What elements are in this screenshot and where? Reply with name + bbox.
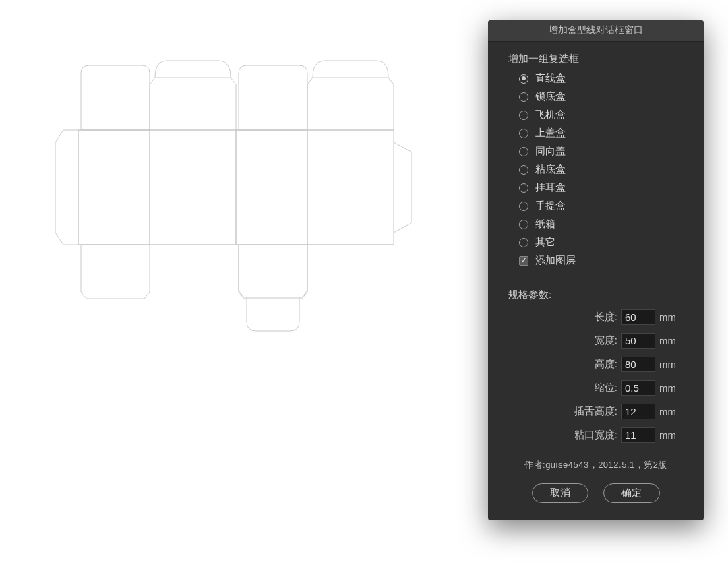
param-row-width: 宽度: mm	[508, 329, 684, 353]
dieline-canvas	[0, 0, 472, 404]
radio-option-qita[interactable]: 其它	[488, 233, 704, 251]
radio-label: 其它	[535, 236, 555, 249]
radio-option-suodihe[interactable]: 锁底盒	[488, 88, 704, 106]
shrink-input[interactable]	[621, 380, 655, 396]
radio-label: 锁底盒	[535, 90, 566, 103]
param-label: 长度:	[595, 311, 617, 324]
radio-option-zhandihe[interactable]: 粘底盒	[488, 160, 704, 179]
radio-label: 飞机盒	[535, 109, 566, 121]
param-label: 宽度:	[595, 334, 617, 347]
author-footer: 作者:guise4543，2012.5.1，第2版	[488, 447, 704, 481]
param-row-shrink: 缩位: mm	[508, 376, 684, 400]
add-box-dieline-dialog: 增加盒型线对话框窗口 增加一组复选框 直线盒 锁底盒 飞机盒 上盖盒 同向盖 粘…	[488, 20, 704, 520]
param-unit: mm	[659, 311, 684, 323]
dialog-button-row: 取消 确定	[488, 481, 704, 506]
radio-icon	[519, 165, 528, 175]
radio-icon	[519, 74, 528, 84]
param-label: 插舌高度:	[574, 405, 617, 418]
tuck-height-input[interactable]	[621, 404, 655, 419]
radio-option-zhixiang[interactable]: 纸箱	[488, 215, 704, 233]
radio-icon	[519, 129, 528, 138]
param-row-height: 高度: mm	[508, 353, 684, 376]
param-row-glue-width: 粘口宽度: mm	[508, 423, 684, 447]
radio-group-label: 增加一组复选框	[488, 42, 704, 69]
radio-option-zhixianhe[interactable]: 直线盒	[488, 69, 704, 88]
box-dieline-drawing	[47, 17, 438, 347]
param-unit: mm	[659, 382, 684, 394]
checkbox-icon	[519, 256, 528, 266]
checkbox-label: 添加图层	[535, 254, 576, 267]
svg-rect-0	[78, 130, 150, 245]
cancel-button[interactable]: 取消	[532, 483, 588, 503]
radio-icon	[519, 238, 528, 247]
radio-option-feijihe[interactable]: 飞机盒	[488, 106, 704, 124]
param-label: 缩位:	[595, 382, 617, 394]
radio-label: 纸箱	[535, 218, 555, 231]
glue-width-input[interactable]	[621, 427, 655, 443]
checkbox-add-layer[interactable]: 添加图层	[488, 251, 704, 270]
radio-icon	[519, 147, 528, 156]
length-input[interactable]	[621, 309, 655, 325]
radio-label: 粘底盒	[535, 163, 566, 176]
radio-icon	[519, 183, 528, 193]
width-input[interactable]	[621, 333, 655, 349]
height-input[interactable]	[621, 357, 655, 372]
param-row-tuck-height: 插舌高度: mm	[508, 400, 684, 423]
radio-option-shanggaihe[interactable]: 上盖盒	[488, 124, 704, 142]
radio-label: 直线盒	[535, 72, 566, 85]
dialog-title: 增加盒型线对话框窗口	[488, 20, 704, 42]
radio-icon	[519, 220, 528, 229]
param-label: 高度:	[595, 358, 617, 371]
radio-icon	[519, 111, 528, 120]
radio-label: 挂耳盒	[535, 181, 566, 194]
param-unit: mm	[659, 335, 684, 346]
param-unit: mm	[659, 406, 684, 417]
param-label: 粘口宽度:	[574, 429, 617, 442]
svg-rect-2	[236, 130, 307, 245]
params-section-label: 规格参数:	[508, 278, 684, 305]
svg-rect-1	[150, 130, 236, 245]
svg-rect-3	[307, 130, 394, 245]
param-row-length: 长度: mm	[508, 305, 684, 329]
radio-option-guaerhe[interactable]: 挂耳盒	[488, 179, 704, 197]
radio-label: 手提盒	[535, 200, 566, 212]
radio-icon	[519, 92, 528, 102]
radio-option-shoutihe[interactable]: 手提盒	[488, 197, 704, 215]
radio-option-tongxianggai[interactable]: 同向盖	[488, 142, 704, 160]
radio-label: 同向盖	[535, 145, 566, 158]
radio-icon	[519, 202, 528, 211]
ok-button[interactable]: 确定	[603, 483, 660, 503]
radio-label: 上盖盒	[535, 127, 566, 140]
param-unit: mm	[659, 429, 684, 441]
param-unit: mm	[659, 359, 684, 370]
